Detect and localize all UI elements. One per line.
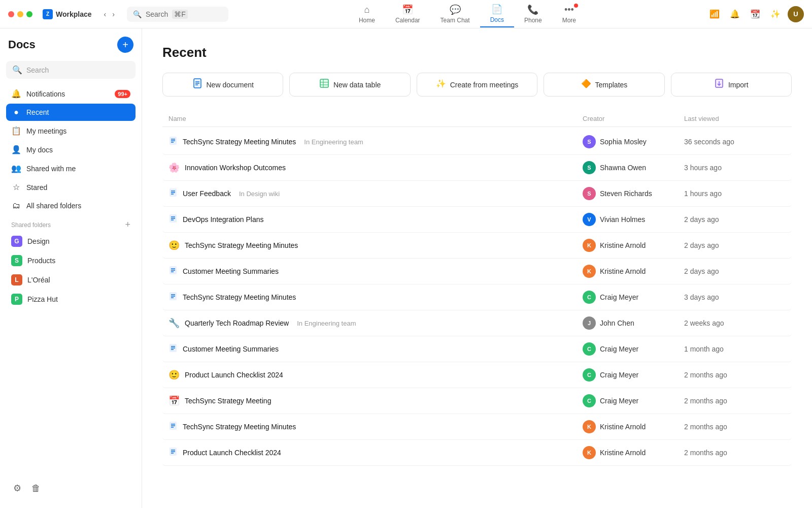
brand-logo: Z Workplace <box>43 9 92 19</box>
sidebar-folder-products[interactable]: S Products <box>6 251 136 270</box>
sidebar-item-notifications[interactable]: 🔔 Notifications 99+ <box>6 85 136 103</box>
table-header: Name Creator Last viewed <box>162 111 792 127</box>
doc-icon <box>168 214 178 226</box>
new-data-table-button[interactable]: New data table <box>289 73 410 97</box>
sidebar-item-starred[interactable]: ☆ Stared <box>6 178 136 196</box>
design-folder-icon: G <box>11 236 22 247</box>
add-folder-button[interactable]: + <box>125 219 130 230</box>
back-arrow[interactable]: ‹ <box>102 8 109 20</box>
table-row[interactable]: Customer Meeting Summaries K Kristine Ar… <box>162 259 792 284</box>
creator-avatar: C <box>583 368 596 382</box>
templates-button[interactable]: 🔶 Templates <box>544 73 664 97</box>
doc-name-cell: 📅 TechSync Strategy Meeting <box>168 395 583 406</box>
import-button[interactable]: Import <box>671 73 792 97</box>
minimize-btn[interactable] <box>17 11 23 17</box>
sidebar-folder-design[interactable]: G Design <box>6 232 136 250</box>
creator-name: Kristine Arnold <box>600 449 646 457</box>
time-cell: 3 days ago <box>684 293 786 301</box>
loreal-folder-label: L'Oréal <box>27 276 50 284</box>
maximize-btn[interactable] <box>26 11 32 17</box>
sidebar-my-docs-label: My docs <box>26 146 130 154</box>
table-row[interactable]: 🙂 Product Launch Checklist 2024 C Craig … <box>162 362 792 388</box>
sidebar-header: Docs + <box>6 37 136 53</box>
doc-name-cell: 🙂 Product Launch Checklist 2024 <box>168 369 583 380</box>
products-folder-icon: S <box>11 255 22 266</box>
sidebar-search-input[interactable] <box>26 66 129 74</box>
doc-name-cell: TechSync Strategy Meeting Minutes <box>168 421 583 433</box>
tab-calendar[interactable]: 📅 Calendar <box>385 1 430 27</box>
add-doc-button[interactable]: + <box>117 37 133 53</box>
trash-button[interactable]: 🗑 <box>29 481 43 496</box>
doc-name: Quarterly Tech Roadmap Review <box>185 319 289 327</box>
new-doc-icon <box>192 78 202 91</box>
tab-team-chat[interactable]: 💬 Team Chat <box>430 1 480 27</box>
sidebar-item-my-docs[interactable]: 👤 My docs <box>6 141 136 158</box>
templates-icon: 🔶 <box>581 78 591 91</box>
table-row[interactable]: TechSync Strategy Meeting Minutes In Eng… <box>162 129 792 155</box>
table-row[interactable]: 📅 TechSync Strategy Meeting C Craig Meye… <box>162 388 792 414</box>
sidebar-search-container[interactable]: 🔍 <box>6 61 136 79</box>
table-row[interactable]: 🔧 Quarterly Tech Roadmap Review In Engin… <box>162 310 792 336</box>
doc-context: In Design wiki <box>239 190 280 198</box>
svg-rect-4 <box>320 79 328 87</box>
close-btn[interactable] <box>8 11 14 17</box>
doc-name: Customer Meeting Summaries <box>183 267 279 275</box>
time-cell: 2 days ago <box>684 241 786 249</box>
sidebar-item-shared-with-me[interactable]: 👥 Shared with me <box>6 160 136 177</box>
user-avatar[interactable]: U <box>788 6 804 22</box>
forward-arrow[interactable]: › <box>110 8 117 20</box>
doc-name-cell: Customer Meeting Summaries <box>168 266 583 277</box>
sidebar-item-recent[interactable]: ● Recent <box>6 104 136 121</box>
doc-icon <box>168 136 178 148</box>
doc-name: TechSync Strategy Meeting Minutes <box>183 138 296 146</box>
sidebar-item-all-shared[interactable]: 🗂 All shared folders <box>6 197 136 214</box>
table-row[interactable]: 🌸 Innovation Workshop Outcomes S Shawna … <box>162 155 792 181</box>
notification-icon-btn[interactable]: 🔔 <box>727 6 743 22</box>
creator-avatar: K <box>583 239 596 252</box>
creator-cell: K Kristine Arnold <box>583 420 684 433</box>
doc-icon <box>168 188 178 200</box>
brand-name: Workplace <box>56 10 92 18</box>
more-icon: ••• <box>564 5 574 15</box>
sidebar-item-my-meetings[interactable]: 📋 My meetings <box>6 122 136 140</box>
table-row[interactable]: DevOps Integration Plans V Vivian Holmes… <box>162 207 792 233</box>
table-row[interactable]: TechSync Strategy Meeting Minutes K Kris… <box>162 414 792 440</box>
new-data-table-label: New data table <box>333 81 381 89</box>
settings-button[interactable]: ⚙ <box>11 481 23 496</box>
sidebar-folder-loreal[interactable]: L L'Oréal <box>6 271 136 289</box>
ai-icon-btn[interactable]: ✨ <box>767 6 784 22</box>
pizza-hut-folder-icon: P <box>11 294 22 305</box>
wifi-icon-btn[interactable]: 📶 <box>706 6 723 22</box>
table-row[interactable]: Product Launch Checklist 2024 K Kristine… <box>162 440 792 466</box>
sidebar-all-shared-label: All shared folders <box>26 202 130 210</box>
tab-docs[interactable]: 📄 Docs <box>480 1 514 27</box>
creator-name: Kristine Arnold <box>600 241 646 249</box>
table-row[interactable]: 🙂 TechSync Strategy Meeting Minutes K Kr… <box>162 233 792 259</box>
tab-team-chat-label: Team Chat <box>441 17 470 24</box>
sidebar: Docs + 🔍 🔔 Notifications 99+ ● Recent 📋 … <box>0 28 142 508</box>
tab-more-label: More <box>562 17 576 24</box>
svg-text:🔶: 🔶 <box>581 79 591 88</box>
creator-cell: S Steven Richards <box>583 187 684 200</box>
zoom-icon: Z <box>43 9 53 19</box>
main-content: Recent New document New data table ✨ Cre… <box>142 28 812 508</box>
create-from-meetings-button[interactable]: ✨ Create from meetings <box>417 73 537 97</box>
products-folder-label: Products <box>27 257 55 265</box>
time-cell: 1 hours ago <box>684 189 786 198</box>
table-row[interactable]: Customer Meeting Summaries C Craig Meyer… <box>162 336 792 362</box>
doc-name: TechSync Strategy Meeting Minutes <box>185 241 298 249</box>
tab-home[interactable]: ⌂ Home <box>349 2 385 27</box>
calendar-icon-btn[interactable]: 📆 <box>747 6 763 22</box>
tab-more[interactable]: ••• More <box>552 2 586 27</box>
loreal-folder-icon: L <box>11 274 22 285</box>
search-bar[interactable]: 🔍 Search ⌘F <box>127 7 228 22</box>
creator-name: Craig Meyer <box>600 397 638 405</box>
table-row[interactable]: TechSync Strategy Meeting Minutes C Crai… <box>162 284 792 310</box>
sidebar-folder-pizza-hut[interactable]: P Pizza Hut <box>6 290 136 308</box>
tab-phone[interactable]: 📞 Phone <box>514 1 552 27</box>
doc-name-cell: 🌸 Innovation Workshop Outcomes <box>168 162 583 173</box>
table-row[interactable]: User Feedback In Design wiki S Steven Ri… <box>162 181 792 207</box>
creator-name: Craig Meyer <box>600 345 638 353</box>
new-document-button[interactable]: New document <box>162 73 283 97</box>
phone-icon: 📞 <box>527 4 538 15</box>
